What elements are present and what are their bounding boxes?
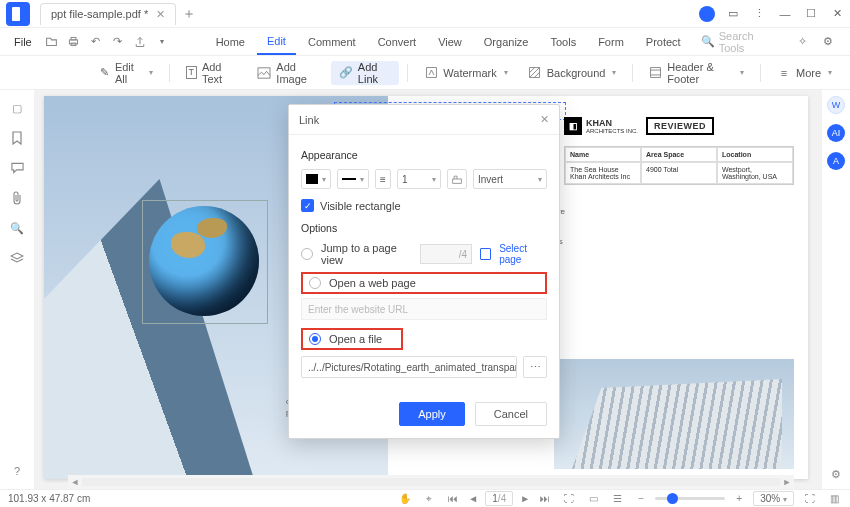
print-icon[interactable]	[64, 32, 84, 52]
user-avatar[interactable]	[694, 3, 720, 25]
jump-page-option[interactable]: Jump to a page view /4 Select page	[301, 242, 547, 266]
prev-page-icon[interactable]: ◄	[465, 491, 481, 507]
zoom-control: − + 30% ▾	[633, 491, 794, 507]
svg-rect-4	[426, 68, 436, 78]
file-path-input[interactable]: ../../Pictures/Rotating_earth_animated_t…	[301, 356, 517, 378]
header-footer-button[interactable]: Header & Footer▾	[641, 61, 752, 85]
line-style-selector[interactable]: ▾	[337, 169, 369, 189]
first-page-icon[interactable]: ⏮	[445, 491, 461, 507]
menu-form[interactable]: Form	[588, 30, 634, 54]
menu-comment[interactable]: Comment	[298, 30, 366, 54]
open-file-option[interactable]: Open a file	[301, 328, 403, 350]
zoom-out-icon[interactable]: −	[633, 491, 649, 507]
attachments-icon[interactable]	[9, 190, 25, 206]
layers-icon[interactable]	[9, 250, 25, 266]
menu-tools[interactable]: Tools	[540, 30, 586, 54]
redo-icon[interactable]: ↷	[108, 32, 128, 52]
menu-home[interactable]: Home	[206, 30, 255, 54]
highlight-mode-selector[interactable]: Invert▾	[473, 169, 547, 189]
view-mode-icon[interactable]: ▥	[826, 491, 842, 507]
link-dialog: Link ✕ Appearance ▾ ▾ ≡ 1▾ Invert▾ ✓ Vis…	[288, 104, 560, 439]
document-tab[interactable]: ppt file-sample.pdf * ✕	[40, 3, 176, 25]
last-page-icon[interactable]: ⏭	[537, 491, 553, 507]
fit-page-icon[interactable]: ▭	[585, 491, 601, 507]
fullscreen-icon[interactable]: ⛶	[802, 491, 818, 507]
edit-all-button[interactable]: ✎ Edit All▾	[91, 61, 161, 85]
share-icon[interactable]	[130, 32, 150, 52]
menu-view[interactable]: View	[428, 30, 472, 54]
highlight-style-icon[interactable]	[447, 169, 467, 189]
visible-rectangle-checkbox[interactable]: ✓ Visible rectangle	[301, 199, 547, 212]
browse-file-button[interactable]: ⋯	[523, 356, 547, 378]
cancel-button[interactable]: Cancel	[475, 402, 547, 426]
window-menu-icon[interactable]: ⋮	[746, 3, 772, 25]
bookmarks-icon[interactable]	[9, 130, 25, 146]
apply-button[interactable]: Apply	[399, 402, 465, 426]
building2-image	[554, 359, 794, 469]
read-mode-icon[interactable]: ☰	[609, 491, 625, 507]
close-window-button[interactable]: ✕	[824, 3, 850, 25]
fit-width-icon[interactable]: ⛶	[561, 491, 577, 507]
file-menu[interactable]: File	[6, 32, 40, 52]
menu-organize[interactable]: Organize	[474, 30, 539, 54]
word-export-icon[interactable]: W	[827, 96, 845, 114]
zoom-slider[interactable]	[655, 497, 725, 500]
open-web-option[interactable]: Open a web page	[301, 272, 547, 294]
thumbnails-icon[interactable]: ▢	[9, 100, 25, 116]
close-tab-icon[interactable]: ✕	[156, 8, 165, 21]
help-icon[interactable]: ?	[9, 463, 25, 479]
search-tools[interactable]: 🔍 Search Tools	[693, 30, 790, 54]
watermark-icon	[424, 66, 438, 80]
add-image-button[interactable]: Add Image	[249, 61, 327, 85]
checkbox-checked-icon: ✓	[301, 199, 314, 212]
menu-edit[interactable]: Edit	[257, 29, 296, 55]
zoom-value[interactable]: 30% ▾	[753, 491, 794, 506]
dialog-title: Link	[299, 114, 540, 126]
watermark-button[interactable]: Watermark▾	[416, 61, 515, 85]
adjust-icon[interactable]: ⚙	[831, 468, 841, 481]
pencil-icon: ✎	[99, 66, 110, 80]
menu-convert[interactable]: Convert	[368, 30, 427, 54]
maximize-button[interactable]: ☐	[798, 3, 824, 25]
color-selector[interactable]: ▾	[301, 169, 331, 189]
select-page-icon	[480, 248, 491, 260]
more-icon: ≡	[777, 66, 791, 80]
select-page-link[interactable]: Select page	[499, 243, 547, 265]
undo-icon[interactable]: ↶	[86, 32, 106, 52]
right-panel: W AI A ⚙	[822, 90, 850, 489]
comments-icon[interactable]	[9, 160, 25, 176]
page-input[interactable]: 1/4	[485, 491, 513, 506]
select-tool-icon[interactable]: ⌖	[421, 491, 437, 507]
add-tab-button[interactable]: ＋	[182, 5, 196, 23]
url-input[interactable]: Enter the website URL	[301, 298, 547, 320]
zoom-in-icon[interactable]: +	[731, 491, 747, 507]
search-panel-icon[interactable]: 🔍	[9, 220, 25, 236]
ai-icon[interactable]: AI	[827, 124, 845, 142]
selection-box[interactable]	[142, 200, 268, 324]
a-tool-icon[interactable]: A	[827, 152, 845, 170]
background-button[interactable]: Background▾	[520, 61, 625, 85]
add-text-button[interactable]: T Add Text	[178, 61, 246, 85]
dialog-close-icon[interactable]: ✕	[540, 113, 549, 126]
window-feedback-icon[interactable]: ▭	[720, 3, 746, 25]
add-link-button[interactable]: 🔗 Add Link	[331, 61, 400, 85]
left-panel: ▢ 🔍 ?	[0, 90, 34, 489]
thickness-input[interactable]: 1▾	[397, 169, 441, 189]
header-footer-icon	[649, 66, 662, 80]
border-style-selector[interactable]: ≡	[375, 169, 391, 189]
hand-tool-icon[interactable]: ✋	[397, 491, 413, 507]
open-icon[interactable]	[42, 32, 62, 52]
radio-file-icon	[309, 333, 321, 345]
tab-label: ppt file-sample.pdf *	[51, 8, 148, 20]
menu-protect[interactable]: Protect	[636, 30, 691, 54]
minimize-button[interactable]: —	[772, 3, 798, 25]
horizontal-scrollbar[interactable]: ◄►	[68, 475, 794, 489]
page-number-input[interactable]: /4	[420, 244, 472, 264]
page-navigator: ⏮ ◄ 1/4 ► ⏭	[445, 491, 553, 507]
image-icon	[257, 66, 271, 80]
notify-icon[interactable]: ✧	[792, 32, 812, 52]
settings-icon[interactable]: ⚙	[818, 32, 838, 52]
more-button[interactable]: ≡ More▾	[769, 61, 840, 85]
save-caret-icon[interactable]: ▾	[152, 32, 172, 52]
next-page-icon[interactable]: ►	[517, 491, 533, 507]
